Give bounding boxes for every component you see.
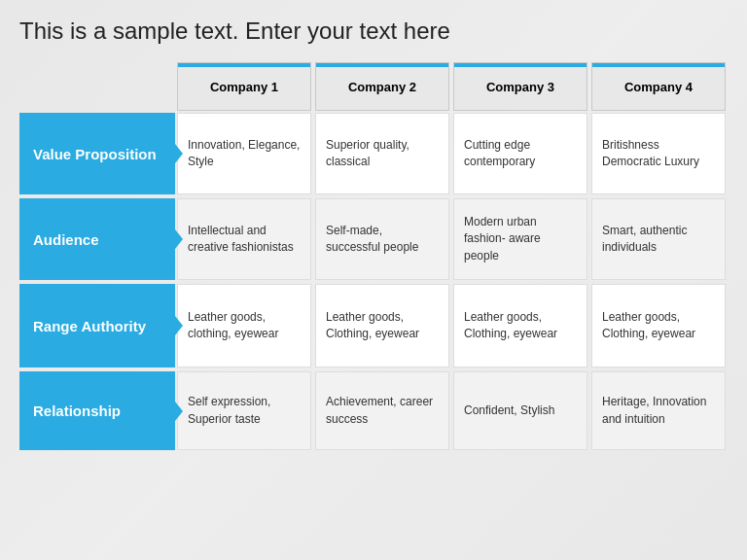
company-header-3: Company 3 [453, 62, 587, 111]
page-title: This is a sample text. Enter your text h… [19, 18, 728, 45]
data-cell-r3-c3: Heritage, Innovation and intuition [591, 371, 726, 450]
company-header-2: Company 2 [315, 62, 449, 111]
data-cell-r2-c3: Leather goods, Clothing, eyewear [591, 284, 726, 368]
data-cell-r2-c2: Leather goods, Clothing, eyewear [453, 284, 587, 368]
page-wrapper: This is a sample text. Enter your text h… [0, 0, 747, 462]
row-label-3: Relationship [19, 371, 175, 450]
row-label-0: Value Proposition [19, 113, 175, 194]
data-cell-r0-c2: Cutting edge contemporary [453, 113, 587, 194]
row-label-1: Audience [19, 198, 175, 280]
data-cell-r3-c2: Confident, Stylish [453, 371, 587, 450]
data-cell-r2-c1: Leather goods, Clothing, eyewear [315, 284, 449, 368]
data-cell-r2-c0: Leather goods, clothing, eyewear [177, 284, 311, 368]
data-cell-r1-c3: Smart, authentic individuals [591, 198, 726, 280]
data-cell-r1-c0: Intellectual and creative fashionistas [177, 198, 311, 280]
data-cell-r3-c1: Achievement, career success [315, 371, 449, 450]
data-cell-r0-c1: Superior quality, classical [315, 113, 449, 194]
data-cell-r0-c0: Innovation, Elegance, Style [177, 113, 311, 194]
comparison-table: Company 1Company 2Company 3Company 4Valu… [19, 62, 728, 452]
data-cell-r1-c2: Modern urban fashion- aware people [453, 198, 587, 280]
row-label-2: Range Authority [19, 284, 175, 368]
data-cell-r0-c3: Britishness Democratic Luxury [591, 113, 726, 194]
data-cell-r1-c1: Self-made, successful people [315, 198, 449, 280]
header-corner [19, 62, 175, 111]
data-cell-r3-c0: Self expression, Superior taste [177, 371, 311, 450]
company-header-1: Company 1 [177, 62, 311, 111]
company-header-4: Company 4 [591, 62, 726, 111]
